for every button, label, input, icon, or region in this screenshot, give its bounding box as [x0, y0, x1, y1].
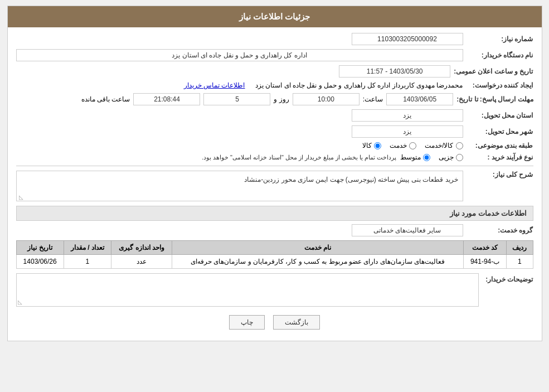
province-value: یزد: [352, 109, 463, 122]
services-table: ردیف کد خدمت نام خدمت واحد اندازه گیری ت…: [16, 240, 533, 269]
page-container: جزئیات اطلاعات نیاز شماره نیاز: 11030032…: [7, 6, 542, 341]
service-group-label: گروه خدمت:: [467, 226, 533, 234]
category-row: طبقه بندی موضوعی: کالا/خدمت خدمت کالا: [16, 142, 533, 149]
deadline-time: 10:00: [293, 93, 359, 105]
province-label: استان محل تحویل:: [467, 112, 533, 119]
organization-value: اداره کل راهداری و حمل و نقل جاده ای است…: [16, 49, 463, 61]
services-section-title: اطلاعات خدمات مورد نیاز: [16, 206, 533, 221]
category-radio-kala-khedmat[interactable]: [456, 142, 463, 149]
deadline-time-label: ساعت:: [363, 95, 383, 103]
need-description-value: خرید قطعات بنی پیش ساخته (نیوجرسی) جهت ا…: [244, 176, 458, 183]
city-label: شهر محل تحویل:: [467, 128, 533, 135]
deadline-days: 5: [203, 93, 270, 105]
category-radio-kala[interactable]: [374, 142, 381, 149]
cell-name: فعالیت‌های سازمان‌های دارای عضو مربوط به…: [172, 255, 464, 269]
header-title: جزئیات اطلاعات نیاز: [239, 12, 310, 21]
deadline-remaining-label: ساعت باقی مانده: [81, 95, 130, 103]
cell-unit: عدد: [111, 255, 172, 269]
city-value: یزد: [352, 125, 463, 138]
cell-date: 1403/06/26: [16, 255, 64, 269]
buyer-notes-label: توضیحات خریدار:: [483, 273, 533, 283]
services-table-body: 1 ب-94-941 فعالیت‌های سازمان‌های دارای ع…: [16, 255, 533, 269]
services-table-header-row: ردیف کد خدمت نام خدمت واحد اندازه گیری ت…: [16, 241, 533, 255]
purchase-type-option-motavaset[interactable]: متوسط: [400, 153, 430, 161]
cell-row: 1: [506, 255, 533, 269]
announcement-value: 1403/05/30 - 11:57: [339, 65, 450, 78]
page-title: جزئیات اطلاعات نیاز: [8, 6, 542, 27]
category-option-kala-khedmat[interactable]: کالا/خدمت: [425, 142, 463, 149]
category-label: طبقه بندی موضوعی:: [467, 142, 533, 149]
resize-handle-notes[interactable]: ◺: [18, 299, 22, 305]
need-description-label: شرح کلی نیاز:: [467, 171, 533, 178]
announcement-row: تاریخ و ساعت اعلان عمومی: 1403/05/30 - 1…: [16, 65, 533, 78]
organization-row: نام دستگاه خریدار: اداره کل راهداری و حم…: [16, 49, 533, 61]
col-header-code: کد خدمت: [464, 241, 507, 255]
purchase-type-row: نوع فرآیند خرید : جزیی متوسط پرداخت تمام…: [16, 153, 533, 161]
category-radio-group: کالا/خدمت خدمت کالا: [362, 142, 463, 149]
creator-value: محمدرضا مهدوی کاربرداز اداره کل راهداری …: [255, 81, 463, 89]
province-row: استان محل تحویل: یزد: [16, 109, 533, 122]
purchase-type-radio-jozi[interactable]: [456, 154, 463, 161]
print-button[interactable]: چاپ: [229, 315, 265, 330]
col-header-name: نام خدمت: [172, 241, 464, 255]
service-group-row: گروه خدمت: سایر فعالیت‌های خدماتی: [16, 224, 533, 236]
need-number-row: شماره نیاز: 1103003205000092: [16, 33, 533, 45]
purchase-type-radio-group: جزیی متوسط: [400, 153, 463, 161]
need-description-box: خرید قطعات بنی پیش ساخته (نیوجرسی) جهت ا…: [16, 171, 463, 201]
col-header-row: ردیف: [506, 241, 533, 255]
col-header-unit: واحد اندازه گیری: [111, 241, 172, 255]
divider-1: [16, 166, 533, 166]
cell-code: ب-94-941: [464, 255, 507, 269]
resize-handle-description[interactable]: ◺: [18, 194, 23, 200]
category-option-khedmat[interactable]: خدمت: [390, 142, 416, 149]
purchase-type-label: نوع فرآیند خرید :: [467, 153, 533, 161]
need-number-label: شماره نیاز:: [467, 35, 533, 43]
col-header-quantity: تعداد / مقدار: [64, 241, 111, 255]
buyer-notes-box: ◺: [16, 273, 479, 307]
content-area: شماره نیاز: 1103003205000092 نام دستگاه …: [8, 27, 542, 341]
purchase-type-option-jozi[interactable]: جزیی: [439, 153, 463, 161]
purchase-type-note: پرداخت تمام یا بخشی از مبلغ خریدار از مح…: [202, 154, 397, 161]
buyer-notes-section: توضیحات خریدار: ◺: [16, 273, 533, 307]
creator-label: ایجاد کننده درخواست:: [467, 81, 533, 89]
creator-row: ایجاد کننده درخواست: محمدرضا مهدوی کاربر…: [16, 81, 533, 89]
deadline-remaining: 21:08:44: [133, 93, 200, 105]
services-table-head: ردیف کد خدمت نام خدمت واحد اندازه گیری ت…: [16, 241, 533, 255]
need-description-row: شرح کلی نیاز: خرید قطعات بنی پیش ساخته (…: [16, 171, 533, 201]
organization-label: نام دستگاه خریدار:: [467, 51, 533, 59]
deadline-label: مهلت ارسال پاسخ: تا تاریخ:: [456, 95, 533, 103]
category-option-kala[interactable]: کالا: [362, 142, 381, 149]
city-row: شهر محل تحویل: یزد: [16, 125, 533, 138]
service-group-value: سایر فعالیت‌های خدماتی: [352, 224, 463, 236]
buttons-row: بازگشت چاپ: [16, 315, 533, 330]
category-radio-khedmat[interactable]: [409, 142, 416, 149]
announcement-label: تاریخ و ساعت اعلان عمومی:: [454, 67, 533, 75]
need-number-value: 1103003205000092: [352, 33, 463, 45]
deadline-date: 1403/06/05: [386, 93, 453, 105]
purchase-type-radio-motavaset[interactable]: [423, 154, 430, 161]
deadline-days-label: روز و: [274, 95, 289, 103]
deadline-row: مهلت ارسال پاسخ: تا تاریخ: 1403/06/05 سا…: [16, 93, 533, 105]
back-button[interactable]: بازگشت: [273, 315, 320, 330]
table-row: 1 ب-94-941 فعالیت‌های سازمان‌های دارای ع…: [16, 255, 533, 269]
col-header-date: تاریخ نیاز: [16, 241, 64, 255]
cell-quantity: 1: [64, 255, 111, 269]
contact-link[interactable]: اطلاعات تماس خریدار: [184, 81, 245, 89]
